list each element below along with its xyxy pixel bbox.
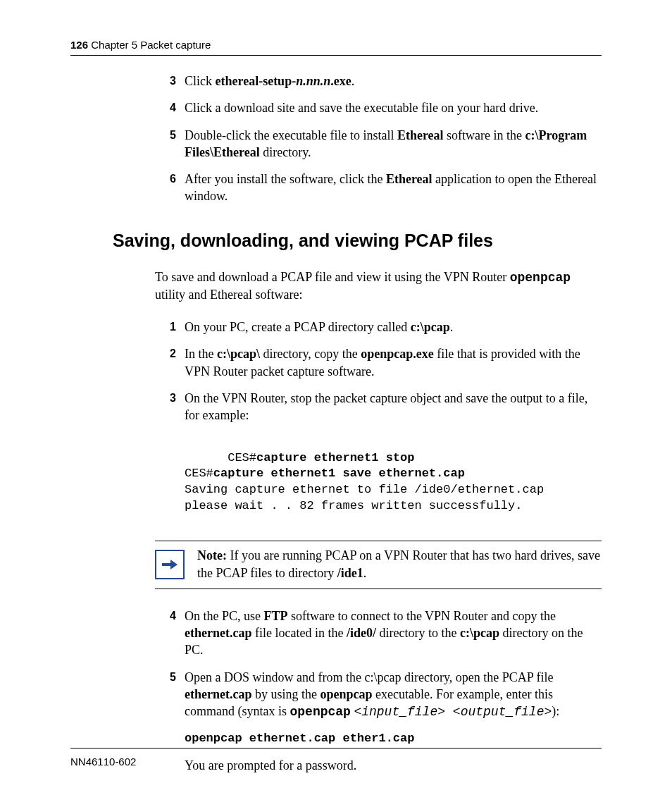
list-item: 3On the VPN Router, stop the packet capt… <box>155 390 602 424</box>
code-text: CES#capture ethernet1 stop CES#capture e… <box>185 451 544 513</box>
list-item: 5Double-click the executable file to ins… <box>155 127 602 161</box>
step-number: 4 <box>155 608 185 659</box>
step-body: After you install the software, click th… <box>185 171 602 205</box>
step-body: Click a download site and save the execu… <box>185 99 602 116</box>
step-body: Click ethereal-setup-n.nn.n.exe. <box>185 73 602 90</box>
page-footer: NN46110-602 <box>70 748 602 768</box>
list-item: 4On the PC, use FTP software to connect … <box>155 608 602 659</box>
step-number: 4 <box>155 99 185 116</box>
step-number: 1 <box>155 319 185 335</box>
note-text: Note: If you are running PCAP on a VPN R… <box>197 547 602 581</box>
step-number: 3 <box>155 73 185 90</box>
step-number: 3 <box>155 390 185 424</box>
step-number: 5 <box>155 127 185 161</box>
step-body: On the PC, use FTP software to connect t… <box>185 608 602 659</box>
step-list-b: 4On the PC, use FTP software to connect … <box>155 608 602 721</box>
step-body: On your PC, create a PCAP directory call… <box>185 319 602 335</box>
command-line: openpcap ethernet.cap ether1.cap <box>185 731 602 747</box>
list-item: 5Open a DOS window and from the c:\pcap … <box>155 669 602 721</box>
list-item: 4Click a download site and save the exec… <box>155 99 602 116</box>
list-item: 3Click ethereal-setup-n.nn.n.exe. <box>155 73 602 90</box>
step-body: On the VPN Router, stop the packet captu… <box>185 390 602 424</box>
step-number: 2 <box>155 345 185 380</box>
step-body: Double-click the executable file to inst… <box>185 127 602 161</box>
page-header: 126 Chapter 5 Packet capture <box>70 39 602 56</box>
page-content: 3Click ethereal-setup-n.nn.n.exe.4Click … <box>70 73 602 774</box>
step-body: Open a DOS window and from the c:\pcap d… <box>185 669 602 721</box>
step-list-a: 1On your PC, create a PCAP directory cal… <box>155 319 602 424</box>
step-number: 5 <box>155 669 185 721</box>
note-box: Note: If you are running PCAP on a VPN R… <box>155 541 602 589</box>
list-item: 2In the c:\pcap\ directory, copy the ope… <box>155 345 602 380</box>
code-block: CES#capture ethernet1 stop CES#capture e… <box>185 434 602 531</box>
list-item: 1On your PC, create a PCAP directory cal… <box>155 319 602 335</box>
section-heading: Saving, downloading, and viewing PCAP fi… <box>113 229 602 253</box>
page: 126 Chapter 5 Packet capture 3Click ethe… <box>0 0 672 807</box>
step-body: In the c:\pcap\ directory, copy the open… <box>185 345 602 380</box>
top-step-list: 3Click ethereal-setup-n.nn.n.exe.4Click … <box>155 73 602 205</box>
chapter-title: Chapter 5 Packet capture <box>91 39 211 51</box>
list-item: 6After you install the software, click t… <box>155 171 602 205</box>
page-number: 126 <box>70 39 88 51</box>
arrow-right-icon <box>155 550 185 579</box>
step-number: 6 <box>155 171 185 205</box>
doc-id: NN46110-602 <box>70 756 136 768</box>
section-intro: To save and download a PCAP file and vie… <box>155 269 602 304</box>
